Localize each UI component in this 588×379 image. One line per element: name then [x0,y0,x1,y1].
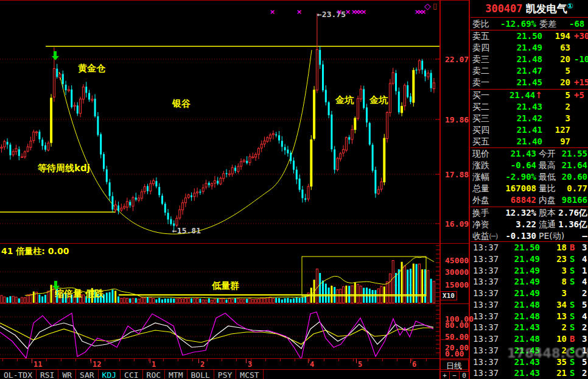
price-axis-label: 22.07 [445,55,468,64]
bid-level-row[interactable]: 买四21.41127 [471,124,588,136]
volume-axis-label: 15000 [445,280,468,289]
tick-row: 13:3721.4813S4 [471,311,588,323]
timeline-tick [2,359,3,361]
stock-name: 凯发电气 [526,2,567,15]
timeline-tick [280,359,281,361]
toolbar-indicator-mcst[interactable]: MCST [236,370,263,379]
label-golden-position: 黄金仓 [78,63,105,74]
zoom-reset-button[interactable]: 0 [459,371,469,379]
timeline-tick [368,359,368,361]
quote-info: 现价21.43今开21.55涨跌-0.64最高21.64涨幅-2.90%最低20… [471,149,588,243]
ask-level-row[interactable]: 卖四21.4963 [471,42,588,54]
label-gold-pit-1: 金坑 [335,94,354,106]
timeline-tick [265,359,266,361]
kdj-axis-label: 0.00 [445,349,468,358]
weibi-label: 委比 [472,19,489,30]
period-selector-daily[interactable]: 日线 [440,360,469,372]
toolbar-indicator-cci[interactable]: CCI [121,370,142,379]
magic-x-mark: × [270,8,275,16]
magic-x-mark: × [296,8,302,16]
volume-axis-label: 30000 [445,267,468,277]
chart-right-axis-line [439,0,441,379]
timeline-tick [222,359,222,361]
toolbar-indicator-psy[interactable]: PSY [214,370,236,379]
kdj-axis-label: 80.00 [445,321,468,330]
ask-level-row[interactable]: 卖三21.4820-10 [471,54,588,65]
tick-row: 13:3721.498S4 [471,277,588,288]
magic-x-mark: × [421,8,426,16]
zoom-in-button[interactable]: + [439,371,450,379]
timeline-tick [134,359,135,361]
timeline-month-label: 4 [310,360,314,369]
quote-info-row: 涨幅-2.90%最低20.60 [471,172,588,183]
kdj-pane[interactable] [0,303,439,358]
volume-indicator-header: 41 倍量柱: 0.00 [1,246,69,257]
divider-vol-kdj [0,303,469,304]
ask-level-row[interactable]: 卖一21.4520+15 [471,77,588,88]
ask-level-row[interactable]: 卖五21.50194+30 [471,30,588,42]
tick-row: 13:3721.4810B3 [471,334,588,345]
tick-row: 13:3721.432S2 [471,322,588,334]
magic-x-mark: × [337,8,342,16]
timeline-tick [338,359,339,361]
quote-info-row: 净资3.22流通1.36亿 [471,219,588,231]
ask-level-row[interactable]: 卖二21.475 [471,65,588,77]
timeline-tick [46,359,47,361]
divider-kdj-timeline [0,358,469,359]
kdj-axis-label: 50.00 [445,332,468,341]
divider [0,0,469,1]
toolbar-indicator-sar[interactable]: SAR [76,370,98,379]
timeline-major-tick [410,359,411,363]
toolbar-indicator-kdj[interactable]: KDJ [99,370,121,379]
tick-row: 13:3721.4321S2 [471,368,588,379]
toolbar-indicator-rsi[interactable]: RSI [37,370,58,379]
magic-x-mark: × [345,8,351,16]
timeline-tick [324,359,324,361]
timeline-major-tick [150,359,150,363]
tick-row: 13:3721.5018B3 [471,243,588,254]
indicator-toolbar: OL-TDXRSIWRSARKDJCCIROCMTMBOLLPSYMCST [0,369,439,379]
price-axis-label: 17.88 [445,170,468,179]
timeline-tick [426,359,427,361]
label-wait-weekly-kdj: 等待周线kdj [38,163,90,174]
timeline-month-label: 12 [93,360,101,369]
info-icon[interactable]: ① [567,2,573,10]
timeline-major-tick [246,359,247,363]
tdx-stock-window: 黄金仓 银谷 金坑 金坑 等待周线kdj ←23.75 ←15.81 41 倍量… [0,0,588,379]
toolbar-indicator-ol-tdx[interactable]: OL-TDX [0,370,37,379]
toolbar-indicator-wr[interactable]: WR [58,370,76,379]
tick-row: 13:3721.4834S5 [471,300,588,311]
bid-level-row[interactable]: 买五21.4097 [471,136,588,147]
toolbar-indicator-boll[interactable]: BOLL [187,370,214,379]
zoom-out-button[interactable]: − [449,371,460,379]
stock-code: 300407 [485,2,522,15]
timeline-tick [163,359,164,361]
timeline-month-label: 3 [248,360,252,369]
label-low-volume-group: 低量群 [212,280,239,292]
bid-level-row[interactable]: 买一21.44↑5+5 [471,90,588,101]
quote-info-row: 涨跌-0.64最高21.64 [471,160,588,172]
label-gold-pit-2: 金坑 [369,94,388,106]
weicha-value: -68 [569,19,588,29]
volume-axis-label: 45000 [445,256,468,265]
timeline-major-tick [91,359,91,363]
timeline-month-label: 6 [412,360,416,369]
candlestick-chart[interactable] [0,0,439,244]
watermark: 178448.COM [507,346,588,361]
timeline-tick [382,359,383,361]
bid-level-row[interactable]: 买三21.423 [471,113,588,124]
toolbar-indicator-mtm[interactable]: MTM [165,370,187,379]
timeline-tick [17,359,18,361]
bid-level-row[interactable]: 买二21.432 [471,101,588,113]
quote-panel: 300407 凯发电气① 委比 -12.69% 委差 -68 卖五21.5019… [471,0,588,379]
volume-scale-x10[interactable]: X10 [440,291,457,300]
timeline-month-label: 1 [152,360,156,369]
ask-levels: 卖五21.50194+30卖四21.4963卖三21.4820-10卖二21.4… [471,30,588,88]
timeline-major-tick [356,359,357,363]
weicha-label: 委差 [539,19,556,30]
price-axis-label: 19.86 [445,115,468,124]
weibi-row: 委比 -12.69% 委差 -68 [471,19,588,30]
timeline-tick [75,359,76,361]
toolbar-indicator-roc[interactable]: ROC [143,370,165,379]
timeline-tick [178,359,178,361]
